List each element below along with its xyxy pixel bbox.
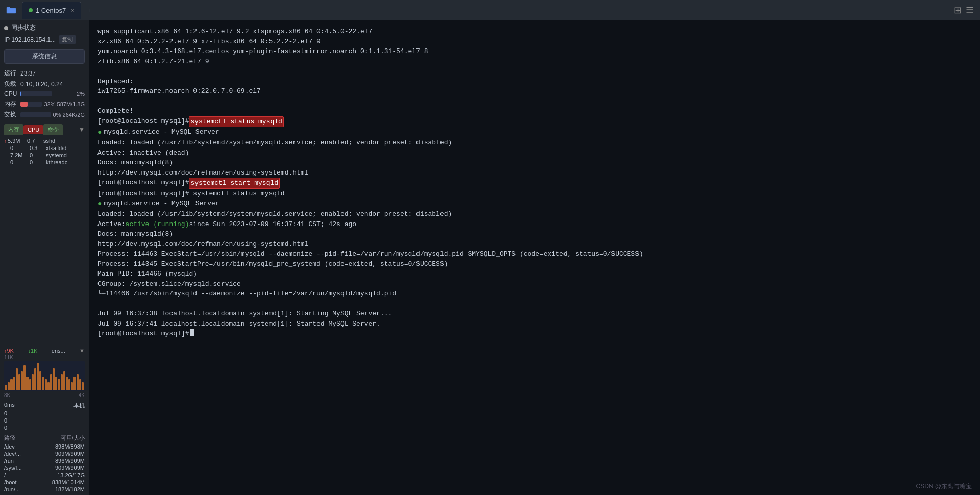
proc-cpu: 0.7 (27, 138, 42, 144)
term-line (97, 299, 972, 309)
terminal[interactable]: wpa_supplicant.x86_64 1:2.6-12.el7_9.2 x… (89, 20, 980, 495)
load-row: 负载 0.10, 0.20, 0.24 (4, 79, 85, 89)
term-line: CGroup: /system.slice/mysqld.service (97, 279, 972, 289)
proc-mem: 7.2M (10, 152, 29, 158)
term-line: ● mysqld.service - MySQL Server (97, 199, 972, 209)
net-expand-icon[interactable]: ▼ (79, 348, 85, 354)
term-line: Loaded: loaded (/usr/lib/systemd/system/… (97, 138, 972, 148)
chart-bar (47, 382, 50, 390)
list-item: 7.2M 0 systemd (2, 152, 87, 159)
term-cmd1-line: [root@localhost mysql]# systemctl status… (97, 116, 972, 128)
bullet-icon: ● (97, 199, 102, 209)
term-line: Main PID: 114466 (mysqld) (97, 269, 972, 279)
sysinfo-button[interactable]: 系统信息 (4, 49, 85, 64)
tab-centos7[interactable]: 1 Centos7 × (22, 2, 81, 19)
chart-bar (23, 365, 26, 390)
main-layout: 同步状态 IP 192.168.154.1... 复制 系统信息 运行 23:3… (0, 20, 980, 495)
chart-bar (63, 371, 65, 390)
chart-bar (82, 382, 84, 390)
list-item: 0 0 kthreadc (2, 159, 87, 166)
load-label: 负载 (4, 80, 18, 88)
tab-cpu[interactable]: CPU (23, 125, 43, 134)
tab-command[interactable]: 命令 (43, 124, 63, 135)
tab-close-button[interactable]: × (71, 7, 74, 13)
disk-path-header: 路径 (4, 434, 15, 442)
chart-bar (79, 379, 81, 390)
new-tab-button[interactable]: + (81, 2, 97, 19)
chart-bar (37, 363, 39, 390)
top-bar: 1 Centos7 × + ⊞ ☰ (0, 0, 980, 20)
lat-val-2: 0 (4, 417, 85, 424)
mem-val: 32% 587M/1.8G (44, 101, 85, 107)
grid-icon[interactable]: ⊞ (954, 5, 962, 16)
lat-val-3: 0 (4, 424, 85, 431)
latency-section: 0ms 本机 0 0 0 (0, 400, 89, 433)
swap-label: 交换 (4, 110, 18, 119)
runtime-label: 运行 (4, 69, 18, 78)
term-line (97, 66, 972, 77)
term-line: zlib.x86_64 0:1.2.7-21.el7_9 (97, 57, 972, 67)
menu-icon[interactable]: ☰ (966, 5, 974, 16)
chart-bar (29, 379, 31, 390)
term-line: wpa_supplicant.x86_64 1:2.6-12.el7_9.2 x… (97, 27, 972, 37)
ip-row: IP 192.168.154.1... 复制 (0, 34, 89, 47)
prompt2: [root@localhost mysql]# (97, 178, 189, 189)
term-cmd2-line: [root@localhost mysql]# systemctl start … (97, 178, 972, 189)
proc-sort-icon[interactable]: ▼ (79, 126, 85, 133)
proc-mem: 5.9M (8, 138, 26, 144)
net-down-label: ↓1K (28, 348, 37, 354)
latency-label: 0ms (4, 402, 15, 409)
latency-row: 0ms 本机 (4, 401, 85, 410)
chart-bar (18, 374, 20, 390)
cpu-label: CPU (4, 90, 18, 97)
chart-bar (26, 377, 28, 390)
tab-label: 1 Centos7 (36, 7, 66, 14)
sync-dot (4, 26, 8, 30)
tab-memory[interactable]: 内存 (4, 124, 23, 135)
copy-ip-button[interactable]: 复制 (59, 35, 76, 44)
mem-row: 内存 32% 587M/1.8G (4, 98, 85, 109)
term-line: Replaced: (97, 77, 972, 87)
term-line: Process: 114345 ExecStartPre=/usr/bin/my… (97, 259, 972, 269)
swap-val: 0% 264K/2G (53, 112, 85, 118)
disk-row: /boot838M/1014M (4, 479, 85, 486)
chart-bar (66, 377, 68, 390)
top-bar-right: ⊞ ☰ (954, 5, 980, 16)
proc-name: systemd (46, 152, 85, 158)
swap-bar-wrap (20, 112, 51, 117)
chart-bar (39, 371, 41, 390)
chart-bar (71, 382, 73, 390)
disk-val-header: 可用/大小 (61, 434, 85, 442)
network-section: ↑9K ↓1K ens... ▼ 11K 8K 4K (0, 344, 89, 400)
term-line: Process: 114463 ExecStart=/usr/sbin/mysq… (97, 249, 972, 259)
term-line: Complete! (97, 106, 972, 116)
term-line: Active: active (running) since Sun 2023-… (97, 219, 972, 230)
network-chart (4, 361, 85, 391)
proc-cpu: 0.3 (30, 145, 45, 151)
chart-bar (68, 379, 70, 390)
net-header-row: ↑9K ↓1K ens... ▼ (4, 348, 85, 354)
chart-bar (21, 371, 23, 390)
disk-header: 路径 可用/大小 (4, 434, 85, 442)
folder-icon[interactable] (3, 2, 20, 19)
net-scale-bottom: 8K 4K (4, 392, 85, 398)
disk-section: 路径 可用/大小 /dev898M/898M /dev/...909M/909M… (0, 433, 89, 495)
proc-name: sshd (43, 138, 85, 144)
chart-bar (53, 368, 55, 390)
chart-bar (5, 385, 7, 390)
disk-row: /dev/...909M/909M (4, 450, 85, 457)
term-line: yum.noarch 0:3.4.3-168.el7.centos yum-pl… (97, 46, 972, 57)
proc-name: xfsaild/d (46, 145, 85, 151)
cursor-blink (190, 329, 194, 336)
mem-bar-wrap (20, 102, 42, 107)
proc-mem: 0 (10, 145, 29, 151)
prompt1: [root@localhost mysql]# (97, 116, 189, 128)
tab-area: 1 Centos7 × + (0, 0, 954, 20)
term-line: Docs: man:mysqld(8) (97, 158, 972, 168)
term-line: Active: inactive (dead) (97, 148, 972, 158)
term-line: └─114466 /usr/sbin/mysqld --daemonize --… (97, 289, 972, 299)
chart-bar (45, 379, 47, 390)
mem-bar (20, 102, 28, 107)
disk-row: /sys/f...909M/909M (4, 464, 85, 472)
arrow-up-icon: ↑ (4, 138, 7, 144)
